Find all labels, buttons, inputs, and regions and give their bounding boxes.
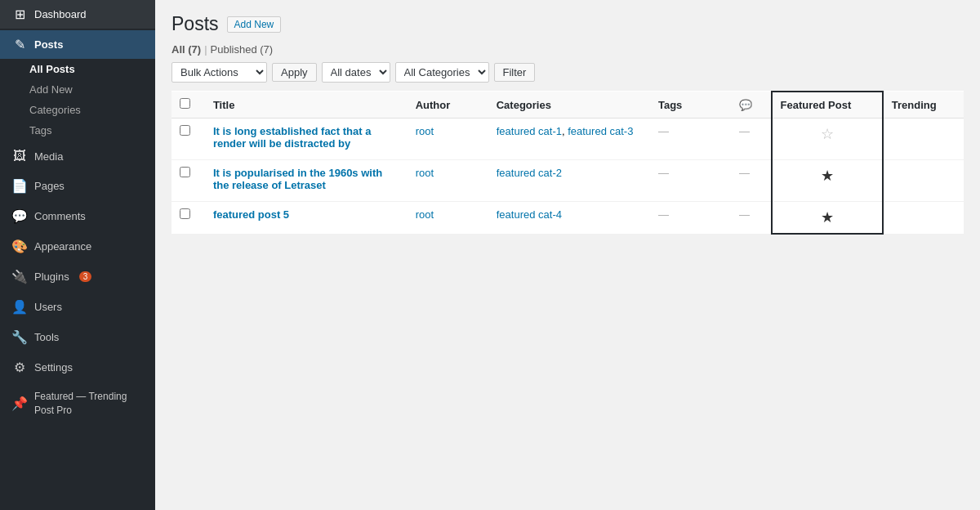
table-body: It is long established fact that a rende… bbox=[172, 119, 964, 235]
author-link[interactable]: root bbox=[416, 167, 434, 179]
plugin-badge: 3 bbox=[79, 271, 92, 282]
settings-icon: ⚙ bbox=[11, 360, 28, 375]
post-title-link[interactable]: featured post 5 bbox=[213, 208, 399, 221]
sidebar-item-label: Settings bbox=[34, 361, 73, 374]
table-row: featured post 5 root featured cat-4 — — bbox=[172, 202, 964, 235]
sidebar-item-label: Plugins bbox=[34, 271, 69, 283]
sidebar-item-dashboard[interactable]: ⊞ Dashboard bbox=[0, 0, 155, 29]
sidebar-item-appearance[interactable]: 🎨 Appearance bbox=[0, 232, 155, 261]
sidebar: ⊞ Dashboard ✎ Posts All Posts Add New Ca… bbox=[0, 0, 155, 510]
sidebar-item-label: Posts bbox=[34, 38, 63, 51]
sidebar-subitem-all-posts[interactable]: All Posts bbox=[29, 59, 155, 79]
page-header: Posts Add New bbox=[172, 13, 964, 35]
featured-icon: 📌 bbox=[11, 396, 28, 411]
appearance-icon: 🎨 bbox=[11, 239, 28, 254]
sidebar-item-settings[interactable]: ⚙ Settings bbox=[0, 353, 155, 382]
featured-post-cell[interactable]: ☆ bbox=[772, 119, 883, 160]
filter-all-link[interactable]: All (7) bbox=[172, 43, 201, 56]
sidebar-item-label: Users bbox=[34, 301, 62, 313]
sidebar-subitem-tags[interactable]: Tags bbox=[29, 120, 155, 141]
posts-icon: ✎ bbox=[11, 37, 28, 52]
media-icon: 🖼 bbox=[11, 149, 28, 163]
posts-submenu: All Posts Add New Categories Tags bbox=[0, 59, 155, 141]
featured-post-cell[interactable]: ★ bbox=[772, 160, 883, 202]
apply-button[interactable]: Apply bbox=[272, 63, 317, 82]
sidebar-item-label: Featured — Trending Post Pro bbox=[34, 390, 147, 418]
filter-button[interactable]: Filter bbox=[494, 63, 536, 82]
bulk-actions-select[interactable]: Bulk Actions Edit Move to Trash bbox=[172, 62, 267, 83]
sidebar-subitem-add-new[interactable]: Add New bbox=[29, 79, 155, 100]
featured-star-filled[interactable]: ★ bbox=[821, 209, 834, 226]
sidebar-item-plugins[interactable]: 🔌 Plugins 3 bbox=[0, 262, 155, 291]
th-categories[interactable]: Categories bbox=[488, 92, 650, 119]
sidebar-item-comments[interactable]: 💬 Comments bbox=[0, 202, 155, 230]
tags-value: — bbox=[658, 167, 669, 179]
th-featured-post[interactable]: Featured Post bbox=[772, 92, 883, 119]
trending-cell bbox=[883, 119, 964, 160]
sidebar-item-label: Pages bbox=[34, 180, 65, 192]
sidebar-item-users[interactable]: 👤 Users bbox=[0, 293, 155, 321]
th-checkbox bbox=[172, 92, 205, 119]
sidebar-subitem-categories[interactable]: Categories bbox=[29, 100, 155, 120]
category-link[interactable]: featured cat-1 bbox=[497, 125, 562, 137]
sidebar-item-media[interactable]: 🖼 Media bbox=[0, 142, 155, 170]
categories-select[interactable]: All Categories bbox=[395, 62, 489, 83]
page-title: Posts bbox=[172, 13, 219, 35]
sidebar-item-label: Comments bbox=[34, 210, 86, 222]
sidebar-item-label: Tools bbox=[34, 331, 59, 343]
table-row: It is long established fact that a rende… bbox=[172, 119, 964, 160]
posts-table: Title Author Categories Tags 💬 bbox=[172, 91, 964, 235]
select-all-checkbox[interactable] bbox=[180, 98, 190, 109]
tools-icon: 🔧 bbox=[11, 329, 28, 345]
main-content: Posts Add New All (7) | Published (7) Bu… bbox=[155, 0, 980, 510]
dashboard-icon: ⊞ bbox=[11, 7, 28, 22]
comments-value: — bbox=[739, 208, 750, 221]
th-title[interactable]: Title bbox=[205, 92, 408, 119]
row-checkbox[interactable] bbox=[180, 125, 190, 136]
post-title-link[interactable]: It is long established fact that a rende… bbox=[213, 125, 399, 150]
sidebar-item-pages[interactable]: 📄 Pages bbox=[0, 172, 155, 200]
sidebar-item-featured[interactable]: 📌 Featured — Trending Post Pro bbox=[0, 383, 155, 424]
featured-star-empty[interactable]: ☆ bbox=[821, 126, 834, 142]
trending-cell bbox=[883, 160, 964, 202]
sidebar-item-label: Appearance bbox=[34, 240, 91, 253]
comments-value: — bbox=[739, 167, 750, 179]
table-row: It is popularised in the 1960s with the … bbox=[172, 160, 964, 202]
row-checkbox[interactable] bbox=[180, 208, 190, 219]
th-comments[interactable]: 💬 bbox=[731, 92, 772, 119]
th-trending[interactable]: Trending bbox=[883, 92, 964, 119]
tags-value: — bbox=[658, 125, 669, 137]
toolbar: Bulk Actions Edit Move to Trash Apply Al… bbox=[172, 62, 964, 83]
plugins-icon: 🔌 bbox=[11, 269, 28, 284]
trending-cell bbox=[883, 202, 964, 235]
featured-star-filled[interactable]: ★ bbox=[821, 168, 834, 184]
category-link[interactable]: featured cat-4 bbox=[497, 208, 562, 221]
row-checkbox[interactable] bbox=[180, 167, 190, 177]
th-author[interactable]: Author bbox=[408, 92, 488, 119]
featured-post-cell[interactable]: ★ bbox=[772, 202, 883, 235]
filter-published-link[interactable]: Published (7) bbox=[211, 43, 274, 56]
post-title-link[interactable]: It is popularised in the 1960s with the … bbox=[213, 167, 399, 191]
comments-value: — bbox=[739, 125, 750, 137]
author-link[interactable]: root bbox=[416, 208, 434, 221]
subsubsub: All (7) | Published (7) bbox=[172, 43, 964, 56]
pages-icon: 📄 bbox=[11, 178, 28, 194]
sidebar-item-tools[interactable]: 🔧 Tools bbox=[0, 323, 155, 351]
sidebar-item-posts[interactable]: ✎ Posts bbox=[0, 30, 155, 59]
sidebar-item-label: Media bbox=[34, 150, 63, 163]
category-link[interactable]: featured cat-2 bbox=[497, 167, 562, 179]
users-icon: 👤 bbox=[11, 299, 28, 315]
category-link[interactable]: featured cat-3 bbox=[568, 125, 633, 137]
add-new-button[interactable]: Add New bbox=[227, 16, 282, 33]
tags-value: — bbox=[658, 208, 669, 221]
author-link[interactable]: root bbox=[416, 125, 434, 137]
sidebar-item-label: Dashboard bbox=[34, 8, 87, 20]
th-tags[interactable]: Tags bbox=[650, 92, 731, 119]
comments-icon: 💬 bbox=[11, 208, 28, 224]
dates-select[interactable]: All dates bbox=[322, 62, 390, 83]
